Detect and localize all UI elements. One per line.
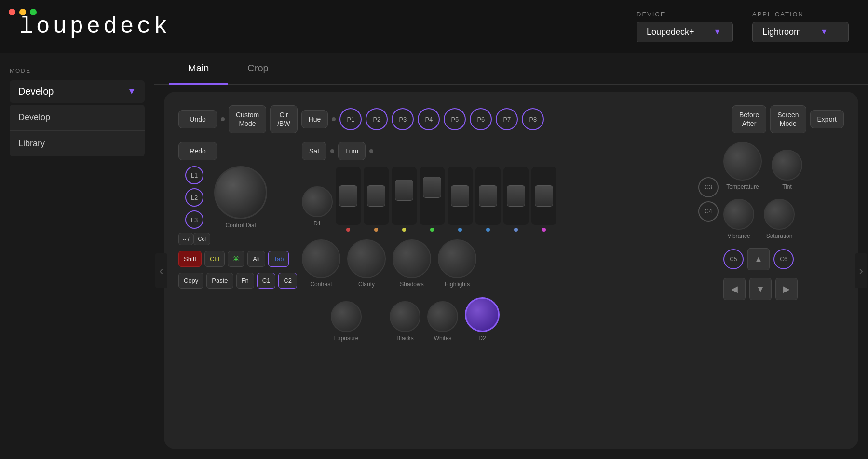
left-arrow-button[interactable]: ◀	[723, 278, 746, 300]
fader-1	[336, 167, 361, 232]
before-after-button[interactable]: Before After	[732, 105, 766, 133]
c6-button[interactable]: C6	[773, 249, 794, 269]
copy-button[interactable]: Copy	[178, 273, 203, 289]
custom-mode-button[interactable]: Custom Mode	[229, 105, 266, 133]
fader-thumb-8[interactable]	[535, 185, 553, 207]
fader-thumb-6[interactable]	[479, 185, 497, 207]
tint-knob[interactable]	[772, 150, 802, 181]
temperature-label: Temperature	[726, 183, 759, 190]
shadows-knob[interactable]	[393, 239, 431, 278]
p1-button[interactable]: P1	[339, 108, 362, 130]
p2-button[interactable]: P2	[366, 108, 388, 130]
cmd-button[interactable]: ⌘	[228, 251, 244, 267]
d2-group: D2	[465, 297, 500, 342]
contrast-knob[interactable]	[302, 239, 340, 278]
fader-track-4[interactable]	[420, 167, 445, 225]
device-dropdown[interactable]: Loupedeck+ ▼	[637, 22, 733, 42]
whites-knob[interactable]	[427, 301, 458, 332]
fader-track-1[interactable]	[336, 167, 361, 225]
col-button[interactable]: -- /	[178, 233, 193, 245]
fader-thumb-2[interactable]	[367, 185, 385, 207]
panel-left-arrow[interactable]: ‹	[155, 253, 167, 288]
d1-knob[interactable]	[302, 186, 333, 217]
fader-track-3[interactable]	[392, 167, 417, 225]
mode-selector[interactable]: Develop ▼	[10, 80, 145, 103]
c5-button[interactable]: C5	[723, 249, 744, 269]
paste-button[interactable]: Paste	[206, 273, 233, 289]
fader-track-7[interactable]	[503, 167, 529, 225]
alt-button[interactable]: Alt	[247, 251, 265, 267]
fader-track-2[interactable]	[364, 167, 389, 225]
ctrl-button[interactable]: Ctrl	[204, 251, 225, 267]
sidebar-item-library[interactable]: Library	[10, 131, 145, 156]
d2-knob[interactable]	[465, 297, 500, 332]
up-arrow-button[interactable]: ▲	[747, 248, 770, 270]
top-bar: loupedeck DEVICE Loupedeck+ ▼ APPLICATIO…	[0, 0, 868, 53]
fn-button[interactable]: Fn	[236, 273, 254, 289]
sat-button[interactable]: Sat	[302, 142, 326, 160]
app-group: APPLICATION Lightroom ▼	[752, 11, 849, 42]
p3-button[interactable]: P3	[392, 108, 414, 130]
p4-label: P4	[425, 116, 433, 123]
p6-label: P6	[477, 116, 485, 123]
fader-track-5[interactable]	[448, 167, 473, 225]
l3-button[interactable]: L3	[185, 210, 203, 229]
clr-bw-button[interactable]: Clr /BW	[270, 105, 297, 133]
close-button[interactable]	[9, 9, 15, 15]
p7-button[interactable]: P7	[496, 108, 518, 130]
fader-thumb-1[interactable]	[339, 185, 357, 207]
panel-right-arrow[interactable]: ›	[855, 253, 867, 288]
shift-button[interactable]: Shift	[178, 251, 202, 267]
c2-button[interactable]: C2	[278, 273, 297, 289]
fader-thumb-7[interactable]	[507, 185, 525, 207]
tab-main[interactable]: Main	[169, 53, 228, 85]
col-label-button[interactable]: Col	[193, 233, 210, 245]
vibrance-knob[interactable]	[723, 199, 754, 230]
fader-track-8[interactable]	[531, 167, 556, 225]
c4-button[interactable]: C4	[698, 201, 719, 222]
p1-label: P1	[347, 116, 354, 123]
p5-button[interactable]: P5	[444, 108, 466, 130]
fader-4	[420, 167, 445, 232]
lum-button[interactable]: Lum	[338, 142, 366, 160]
main-content: MODE Develop ▼ Develop Library Main Crop…	[0, 53, 868, 459]
p4-button[interactable]: P4	[418, 108, 440, 130]
c3-button[interactable]: C3	[698, 177, 719, 197]
control-dial[interactable]	[214, 166, 267, 219]
l1-button[interactable]: L1	[185, 166, 203, 184]
mode-chevron-icon: ▼	[127, 86, 136, 97]
window-controls[interactable]	[9, 9, 37, 15]
highlights-knob[interactable]	[438, 239, 476, 278]
exposure-knob[interactable]	[331, 301, 362, 332]
right-arrow-button[interactable]: ▶	[775, 278, 798, 300]
p6-button[interactable]: P6	[470, 108, 492, 130]
vibrance-sat-row: Vibrance Saturation	[723, 199, 844, 239]
fader-thumb-5[interactable]	[451, 185, 469, 207]
temperature-knob[interactable]	[723, 142, 762, 181]
blacks-knob[interactable]	[390, 301, 420, 332]
p8-button[interactable]: P8	[522, 108, 544, 130]
screen-mode-button[interactable]: Screen Mode	[770, 105, 806, 133]
undo-button[interactable]: Undo	[178, 110, 217, 128]
saturation-group: Saturation	[764, 199, 795, 239]
hue-button[interactable]: Hue	[301, 110, 328, 128]
redo-button[interactable]: Redo	[178, 142, 217, 160]
fader-track-6[interactable]	[475, 167, 501, 225]
faders-row: D1	[302, 167, 719, 232]
minimize-button[interactable]	[19, 9, 26, 15]
clarity-knob[interactable]	[347, 239, 386, 278]
export-button[interactable]: Export	[810, 110, 844, 128]
fader-thumb-4[interactable]	[423, 177, 441, 198]
fullscreen-button[interactable]	[30, 9, 37, 15]
tab-button[interactable]: Tab	[268, 251, 289, 267]
d1-label: D1	[313, 220, 321, 227]
saturation-knob[interactable]	[764, 199, 795, 230]
temperature-group: Temperature	[723, 142, 762, 190]
l2-button[interactable]: L2	[185, 188, 203, 207]
down-arrow-button[interactable]: ▼	[749, 278, 772, 300]
tab-crop[interactable]: Crop	[228, 53, 287, 85]
fader-thumb-3[interactable]	[395, 180, 413, 201]
sidebar-item-develop[interactable]: Develop	[10, 105, 145, 131]
c1-button[interactable]: C1	[257, 273, 276, 289]
app-dropdown[interactable]: Lightroom ▼	[752, 22, 849, 42]
